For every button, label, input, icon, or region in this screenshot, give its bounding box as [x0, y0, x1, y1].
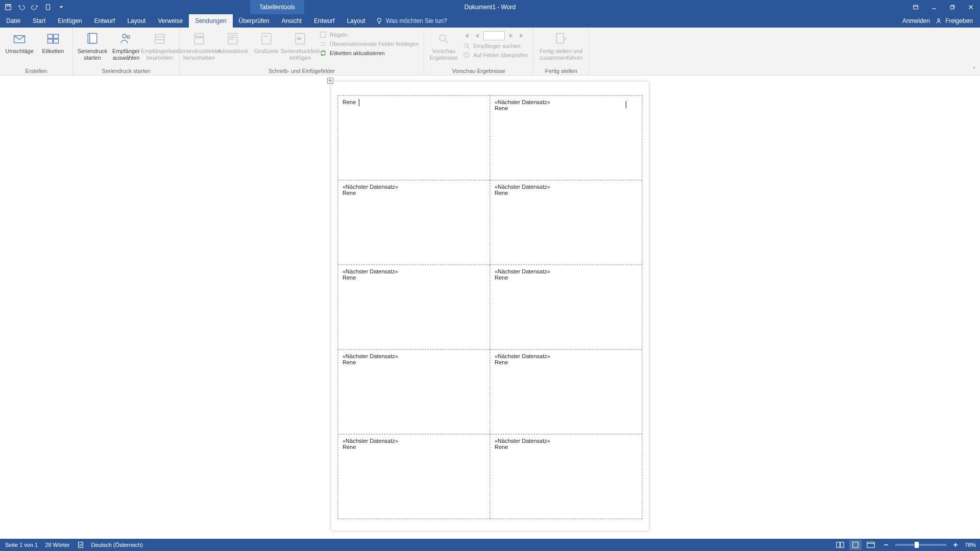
- touch-mode-icon[interactable]: [42, 1, 54, 13]
- svg-rect-25: [194, 34, 204, 44]
- zoom-percentage[interactable]: 78%: [965, 542, 976, 548]
- svg-rect-19: [90, 34, 97, 43]
- tab-entwurf[interactable]: Entwurf: [88, 14, 121, 28]
- vorschau-ergebnisse-label: Vorschau Ergebnisse: [428, 48, 459, 61]
- cell-text: Rene: [342, 274, 485, 281]
- etiketten-aktualisieren-button[interactable]: Etiketten aktualisieren: [317, 49, 421, 57]
- empfaengerliste-bearbeiten-button: Empfängerliste bearbeiten: [143, 30, 176, 62]
- umschlaege-button[interactable]: Umschläge: [3, 30, 36, 56]
- sign-in-button[interactable]: Anmelden: [902, 17, 930, 24]
- label-cell-5-2[interactable]: «Nächster Datensatz» Rene: [490, 434, 642, 519]
- next-record-field: «Nächster Datensatz»: [342, 184, 485, 190]
- tabellentools-tab[interactable]: Tabellentools: [250, 0, 304, 14]
- next-record-field: «Nächster Datensatz»: [495, 268, 638, 274]
- empfaenger-auswaehlen-button[interactable]: Empfänger auswählen: [110, 30, 142, 62]
- cell-text: Rene: [495, 274, 638, 281]
- tell-me-search[interactable]: Was möchten Sie tun?: [376, 14, 447, 28]
- last-record-icon: [517, 31, 527, 41]
- group-vorschau: Vorschau Ergebnisse Empfänger suchen Auf…: [424, 28, 533, 75]
- zoom-out-icon[interactable]: [880, 540, 892, 550]
- cell-text: Rene: [342, 99, 485, 105]
- cell-text: Rene: [495, 444, 638, 450]
- finish-merge-icon: [553, 31, 569, 47]
- svg-rect-35: [321, 32, 326, 38]
- seriendruck-starten-button[interactable]: Seriendruck starten: [76, 30, 109, 62]
- find-recipient-icon: [463, 42, 470, 49]
- cell-text: Rene: [342, 190, 485, 196]
- next-record-field: «Nächster Datensatz»: [495, 353, 638, 359]
- ribbon-display-options-icon[interactable]: [906, 0, 925, 14]
- svg-rect-44: [78, 542, 83, 548]
- tab-sendungen[interactable]: Sendungen: [189, 14, 232, 28]
- zoom-slider[interactable]: [895, 544, 946, 546]
- redo-icon[interactable]: [29, 1, 41, 13]
- zoom-in-icon[interactable]: [949, 540, 962, 550]
- share-button[interactable]: Freigeben: [935, 17, 973, 24]
- tab-layout[interactable]: Layout: [121, 14, 152, 28]
- table-move-handle-icon[interactable]: ✛: [327, 78, 333, 84]
- svg-rect-17: [54, 39, 59, 43]
- hervorheben-label: Seriendruckfelder hervorheben: [177, 48, 221, 61]
- page[interactable]: ✛ Rene «Nächster Datensatz» Rene «Nächst…: [331, 82, 649, 531]
- tab-einfuegen[interactable]: Einfügen: [52, 14, 88, 28]
- window-title: Dokument1 - Word: [464, 0, 516, 14]
- save-icon[interactable]: [2, 1, 14, 13]
- tab-contextual-layout[interactable]: Layout: [341, 14, 372, 28]
- next-record-field: «Nächster Datensatz»: [495, 438, 638, 444]
- cell-text: Rene: [495, 105, 638, 111]
- label-cell-1-1[interactable]: Rene: [338, 95, 490, 180]
- cell-text: Rene: [495, 359, 638, 365]
- tab-start[interactable]: Start: [27, 14, 52, 28]
- document-workspace[interactable]: ✛ Rene «Nächster Datensatz» Rene «Nächst…: [0, 76, 980, 539]
- tab-datei[interactable]: Datei: [0, 14, 27, 28]
- adressblock-label: Adressblock: [217, 48, 248, 55]
- status-proofing-icon[interactable]: [77, 541, 84, 548]
- undo-icon[interactable]: [15, 1, 28, 13]
- label-cell-2-2[interactable]: «Nächster Datensatz» Rene: [490, 180, 642, 265]
- statusbar: Seite 1 von 1 28 Wörter Deutsch (Österre…: [0, 539, 980, 551]
- close-icon[interactable]: [962, 0, 980, 14]
- tab-ueberpruefen[interactable]: Überprüfen: [233, 14, 276, 28]
- label-cell-5-1[interactable]: «Nächster Datensatz» Rene: [338, 434, 490, 519]
- tab-ansicht[interactable]: Ansicht: [276, 14, 308, 28]
- labels-icon: [45, 31, 61, 47]
- minimize-icon[interactable]: [925, 0, 943, 14]
- svg-text:«»: «»: [297, 36, 302, 41]
- svg-rect-46: [841, 542, 844, 548]
- view-read-mode-icon[interactable]: [834, 540, 846, 550]
- check-errors-icon: [463, 52, 470, 59]
- restore-icon[interactable]: [943, 0, 962, 14]
- zoom-slider-thumb[interactable]: [915, 542, 919, 548]
- vorschau-ergebnisse-button: Vorschau Ergebnisse: [427, 30, 460, 62]
- label-cell-4-2[interactable]: «Nächster Datensatz» Rene: [490, 349, 642, 434]
- label-table[interactable]: Rene «Nächster Datensatz» Rene «Nächster…: [337, 95, 643, 519]
- status-language[interactable]: Deutsch (Österreich): [91, 542, 143, 548]
- next-record-icon: [506, 31, 516, 41]
- view-web-layout-icon[interactable]: [865, 540, 877, 550]
- update-labels-icon: [320, 49, 327, 57]
- felder-festlegen-button: Übereinstimmende Felder festlegen: [317, 40, 421, 48]
- tab-verweise[interactable]: Verweise: [152, 14, 189, 28]
- label-cell-4-1[interactable]: «Nächster Datensatz» Rene: [338, 349, 490, 434]
- svg-rect-2: [46, 5, 50, 10]
- umschlaege-label: Umschläge: [5, 48, 33, 55]
- label-cell-2-1[interactable]: «Nächster Datensatz» Rene: [338, 180, 490, 265]
- collapse-ribbon-icon[interactable]: ˄: [973, 66, 976, 73]
- svg-line-39: [468, 47, 470, 49]
- svg-rect-3: [914, 5, 918, 9]
- status-words[interactable]: 28 Wörter: [45, 542, 69, 548]
- svg-rect-0: [6, 5, 11, 10]
- seriendruckfelder-hervorheben-button: Seriendruckfelder hervorheben: [183, 30, 215, 62]
- grusszeile-button: Grußzeile: [250, 30, 283, 56]
- status-page[interactable]: Seite 1 von 1: [5, 542, 38, 548]
- view-print-layout-icon[interactable]: [849, 540, 862, 550]
- svg-point-20: [122, 34, 126, 38]
- group-seriendruck-starten: Seriendruck starten Empfänger auswählen …: [73, 28, 180, 75]
- tab-contextual-entwurf[interactable]: Entwurf: [308, 14, 341, 28]
- label-cell-1-2[interactable]: «Nächster Datensatz» Rene: [490, 95, 642, 180]
- label-cell-3-1[interactable]: «Nächster Datensatz» Rene: [338, 265, 490, 349]
- empfaengerliste-bearbeiten-label: Empfängerliste bearbeiten: [141, 48, 178, 61]
- label-cell-3-2[interactable]: «Nächster Datensatz» Rene: [490, 265, 642, 349]
- etiketten-button[interactable]: Etiketten: [37, 30, 69, 56]
- qat-customize-icon[interactable]: [55, 1, 67, 13]
